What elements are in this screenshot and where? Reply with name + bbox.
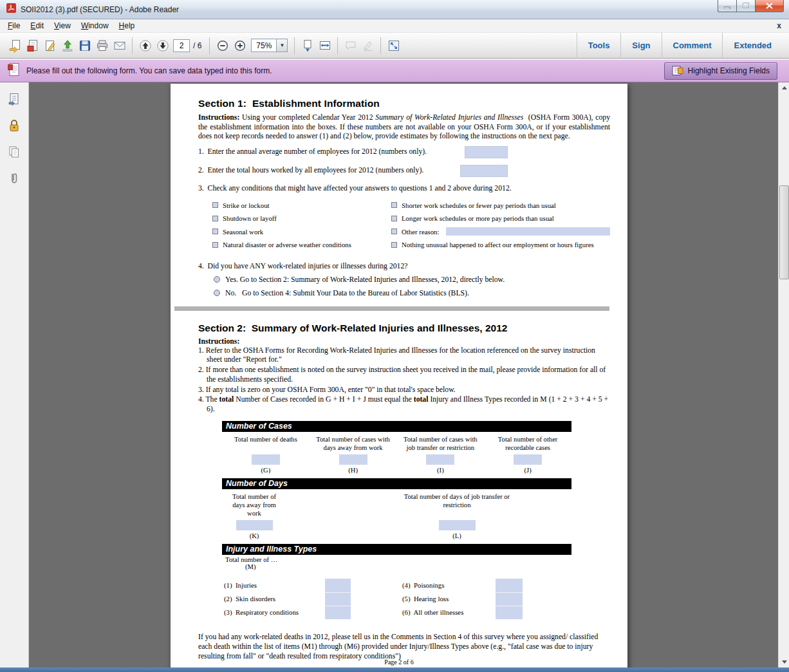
adobe-pdf-icon [6,3,17,16]
comment-tool-button[interactable] [342,37,359,54]
hearing-loss-field-M5[interactable] [496,592,523,606]
section2-title: Section 2: Summary of Work-Related Injur… [198,322,610,334]
banner-message: Please fill out the following form. You … [26,66,272,75]
no-radio-label: No. Go to Section 4: Submit Your Data to… [225,289,469,297]
instruction-bold: total [219,395,234,404]
hours-worked-field[interactable] [460,165,508,177]
save-file-button[interactable] [76,37,93,54]
sidebar-security-button[interactable] [5,117,23,134]
zoom-in-button[interactable] [231,37,248,54]
other-reason-field[interactable] [446,227,610,236]
title-bar[interactable]: SOII2012 (3).pdf (SECURED) - Adobe Reade… [0,0,789,19]
scroll-mode-button[interactable] [299,37,316,54]
section2-instruction-item: 2. If more than one establishment is not… [198,366,610,385]
up-arrow-icon [139,39,152,52]
close-document-icon[interactable]: x [769,21,789,30]
sidebar-attachments-button[interactable] [5,170,23,187]
transfer-cases-field-I[interactable] [426,454,454,465]
types-right-fields [496,579,523,619]
instruction-text: Number of Cases recorded in G + H + I + … [234,395,413,404]
type-label: (4) Poisonings [402,581,444,589]
scrollbar-up-button[interactable] [779,82,789,93]
menu-file[interactable]: File [3,19,25,32]
close-button[interactable] [755,0,784,12]
other-illnesses-field-M6[interactable] [496,606,523,619]
answer-yes-row: Yes. Go to Section 2: Summary of Work-Re… [214,275,610,284]
fullscreen-button[interactable] [385,37,402,54]
days-transfer-field-L[interactable] [439,520,476,530]
zoom-out-button[interactable] [214,37,231,54]
question1-row: 1. Enter the annual average number of em… [198,147,610,160]
scrollbar-down-button[interactable] [779,657,789,667]
condition-row: Seasonal work Other reason: [212,225,610,239]
condition-label: Strike or lockout [223,201,270,209]
strike-checkbox[interactable] [212,202,218,208]
toolbar-separator [380,37,381,54]
no-radio[interactable] [214,290,220,296]
other-cases-field-J[interactable] [514,454,542,465]
cases-col-header: Total number of cases with job transfer … [397,432,485,452]
menu-view[interactable]: View [49,19,76,32]
comment-panel-button[interactable]: Comment [662,33,723,59]
tools-panel-button[interactable]: Tools [577,33,621,59]
maximize-button[interactable] [736,0,755,12]
vertical-scrollbar[interactable] [778,82,789,667]
fill-sign-button[interactable] [41,37,59,54]
respiratory-field-M3[interactable] [325,606,351,619]
page-number-input[interactable] [173,39,190,52]
form-banner: Please fill out the following form. You … [0,59,789,82]
shutdown-checkbox[interactable] [212,216,218,221]
zoom-level-box[interactable]: 75% ▼ [251,39,288,52]
nothing-unusual-checkbox[interactable] [391,242,397,248]
seasonal-checkbox[interactable] [212,229,218,234]
deaths-comment-note: If you had any work-related deaths in 20… [198,633,610,661]
toolbar-separator [337,37,338,54]
sign-panel-button[interactable]: Sign [620,33,661,59]
zoom-dropdown-button[interactable]: ▼ [276,39,287,51]
menu-window[interactable]: Window [76,19,114,32]
markup-tool-button[interactable] [359,37,376,54]
toolbar-separator [294,37,295,54]
print-button[interactable] [93,37,111,54]
condition-label: Nothing unusual happened to affect our e… [402,241,594,248]
highlight-pen-icon [361,39,375,53]
highlight-fields-button[interactable]: Highlight Existing Fields [664,62,777,80]
days-away-field-K[interactable] [236,520,273,530]
employees-field[interactable] [465,146,508,158]
scrollbar-thumb[interactable] [779,185,789,279]
question1-label: 1. Enter the annual average number of em… [198,147,427,156]
question2-row: 2. Enter the total hours worked by all e… [198,166,610,179]
fit-width-button[interactable] [316,37,333,54]
next-page-button[interactable] [154,37,171,54]
yes-radio[interactable] [214,276,220,283]
convert-pdf-button[interactable] [24,37,41,54]
extended-panel-button[interactable]: Extended [722,33,783,59]
deaths-field-G[interactable] [252,454,280,465]
section2-instruction-item: 1. Refer to the OSHA Forms for Recording… [198,346,610,366]
highlight-fields-icon [672,66,683,76]
injuries-field-M1[interactable] [325,579,351,592]
natural-disaster-checkbox[interactable] [212,242,218,248]
longer-schedules-checkbox[interactable] [391,216,397,221]
type-label: (1) Injuries [224,581,257,589]
poisonings-field-M4[interactable] [496,579,523,592]
sidebar-thumbnails-button[interactable] [5,91,23,107]
other-reason-checkbox[interactable] [391,229,397,234]
menu-help[interactable]: Help [114,19,140,32]
instructions-italic: Summary of Work-Related Injuries and Ill… [375,113,523,122]
minimize-button[interactable] [718,0,736,12]
open-file-button[interactable] [6,37,24,54]
window-title: SOII2012 (3).pdf (SECURED) - Adobe Reade… [21,5,179,14]
sidebar-pages-button[interactable] [5,144,23,160]
email-button[interactable] [111,37,128,54]
page-scroll-icon [301,39,315,53]
skin-disorders-field-M2[interactable] [325,592,351,606]
cases-col-header: Total number of deaths [222,432,310,452]
menu-edit[interactable]: Edit [25,19,49,32]
days-away-cases-field-H[interactable] [339,454,367,465]
toolbar: / 6 75% ▼ Tools Sign [0,33,789,59]
previous-page-button[interactable] [136,37,154,54]
share-upload-button[interactable] [59,37,76,54]
document-area[interactable]: Section 1: Establishment Information Ins… [29,82,778,667]
shorter-schedules-checkbox[interactable] [391,202,397,208]
